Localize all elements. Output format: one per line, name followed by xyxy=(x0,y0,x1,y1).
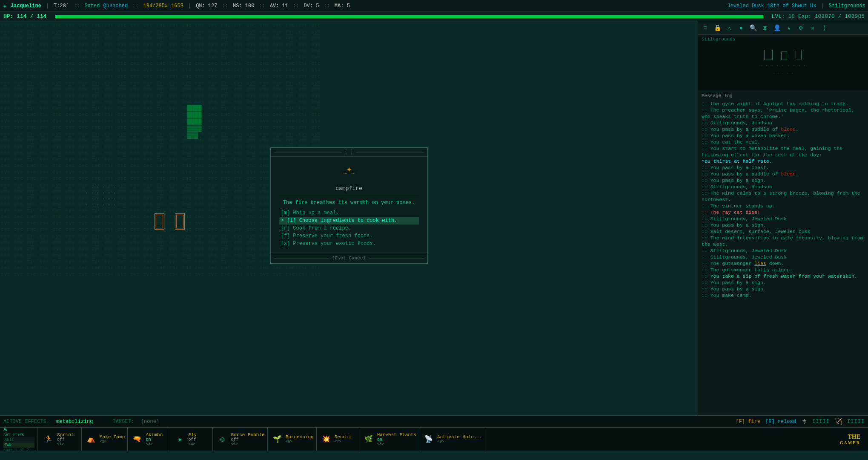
fire-label: [F] fire xyxy=(736,419,760,425)
ability-fly[interactable]: ✦ Fly off <4> xyxy=(170,428,213,451)
campfire-dialog[interactable]: ┤ ├ ✦ ~ ~ campfire The fire breathes xyxy=(270,147,428,264)
minimap-building-3 xyxy=(796,50,802,60)
msg-19: :: Stiltgrounds, Jeweled Dusk xyxy=(702,247,865,254)
svg-text:~: ~ xyxy=(351,170,354,177)
icon-toolbar: ≡ 🔒 △ ● 🔍 ⧗ 👤 ★ ⚙ ✕ ⟩ xyxy=(698,21,868,35)
msg-26: :: You make camp. xyxy=(702,292,865,299)
person-icon[interactable]: 👤 xyxy=(772,23,782,33)
msg-7: :: You start to metabolize the meal, gai… xyxy=(702,145,865,158)
hourglass-icon[interactable]: ⧗ xyxy=(760,23,770,33)
sprint-icon: 🏃 xyxy=(42,432,55,446)
dialog-body: ✦ ~ ~ campfire The fire breathes its war… xyxy=(271,157,427,253)
ability-akimbo[interactable]: 🔫 Akimbo on <3> xyxy=(128,428,170,451)
dialog-option-x[interactable]: [x] Preserve your exotic foods. xyxy=(279,240,419,247)
reload-label: [R] reload xyxy=(765,419,796,425)
alert-icon[interactable]: △ xyxy=(725,23,734,33)
menu-icon[interactable]: ≡ xyxy=(701,23,710,33)
ability-sprint[interactable]: 🏃 Sprint off <1> xyxy=(39,428,82,451)
ability-make-camp[interactable]: ⛺ Make Camp <2> xyxy=(82,428,128,451)
msg-4: :: You pass by a puddle of blood. xyxy=(702,126,865,132)
force-bubble-icon: ◎ xyxy=(215,432,229,446)
abilities-tab[interactable]: Ablt xyxy=(3,437,34,443)
ammo-bar-1: IIIII xyxy=(812,419,830,425)
force-bubble-info: Force Bubble off <5> xyxy=(231,432,264,446)
ability-force-bubble[interactable]: ◎ Force Bubble off <5> xyxy=(213,428,267,451)
abilities-tab-label: ABILITIES xyxy=(3,433,34,437)
msg-15: :: Stiltgrounds, Jeweled Dusk xyxy=(702,216,865,222)
star-icon[interactable]: ★ xyxy=(784,23,794,33)
msg-25: :: You pass by a sign. xyxy=(702,286,865,292)
sword-icon: 🗡 xyxy=(801,418,807,425)
zone: Stiltgrounds xyxy=(829,3,865,9)
campfire-icon: ✦ ~ ~ xyxy=(279,164,419,182)
dialog-option-r[interactable]: [r] Cook from a recipe. xyxy=(279,224,419,232)
mini-map: Stiltgrounds · · · · · · · · · · · · · · xyxy=(698,35,868,90)
chevron-right-icon[interactable]: ⟩ xyxy=(820,23,829,33)
main-layout: cnc cnc cnc cnc cnc cnc cnc cnc cnc cnc … xyxy=(0,21,868,415)
ability-recoil[interactable]: 💥 Recoil <7> xyxy=(317,428,359,451)
msg-2: :: The preacher says, 'Praise Dagon, the… xyxy=(702,107,865,120)
campfire-name: campfire xyxy=(279,185,419,192)
harvest-plants-icon: 🌿 xyxy=(362,432,375,446)
msg-14: :: The ray cat dies! xyxy=(702,209,865,216)
svg-text:~: ~ xyxy=(343,170,347,177)
msg-13: :: The vintner stands up. xyxy=(702,203,865,209)
sprint-info: Sprint off <1> xyxy=(57,432,74,446)
target-label: TARGET: xyxy=(112,419,134,425)
akimbo-icon: 🔫 xyxy=(130,432,144,446)
hp-label: HP: 114 / 114 xyxy=(3,13,46,20)
active-effects-label: ACTIVE EFFECTS: xyxy=(3,419,49,425)
activate-holo-info: Activate Holo... <9> xyxy=(437,434,482,444)
msg-12: :: The wind calms to a strong breeze, bl… xyxy=(702,190,865,203)
search-icon[interactable]: 🔍 xyxy=(748,23,758,33)
make-camp-icon: ⛺ xyxy=(84,432,98,446)
status-satiated: Sated xyxy=(84,3,100,9)
dialog-title-text: ┤ ├ xyxy=(345,150,353,155)
abilities-page: page 1 of 2 xyxy=(3,448,34,451)
msg-17: :: Salt desert, surface, Jeweled Dusk xyxy=(702,228,865,235)
abilities-tab-active[interactable]: Tab xyxy=(3,443,34,448)
fly-info: Fly off <4> xyxy=(188,432,197,446)
terrain-dots: . . . . . . . . . . . . . . . . . . . . … xyxy=(85,183,116,207)
msg-3: :: Stiltgrounds, Hindsun xyxy=(702,120,865,126)
dv: DV: 5 xyxy=(304,3,319,9)
game-logo-icon: ✦ xyxy=(3,1,7,11)
circle-icon[interactable]: ● xyxy=(736,23,746,33)
tree-cluster: ████ ████ ████ ▓▓▓▓ ▓▓▓ xyxy=(187,98,202,139)
harvest-plants-info: Harvest Plants on <8> xyxy=(377,432,416,446)
burgeoning-icon: 🌱 xyxy=(270,432,284,446)
lvl-exp: LVL: 18 Exp: 102070 / 102985 xyxy=(772,13,865,20)
dialog-option-i[interactable]: > [i] Choose ingredients to cook with. xyxy=(279,217,419,224)
cancel-button[interactable]: [Esc] Cancel xyxy=(332,256,366,261)
target-value: [none] xyxy=(141,419,159,425)
active-effects-value: metabolizing xyxy=(56,419,93,425)
msg-5: :: You pass by a woven basket. xyxy=(702,132,865,139)
watermark: THE GAMER xyxy=(840,434,865,445)
dialog-option-m[interactable]: [m] Whip up a meal. xyxy=(279,209,419,217)
structures: ╔═╗ ╔═╗ ║ ║ ║ ║ ╚═╝ ╚═╝ xyxy=(153,204,186,240)
minimap-building-2 xyxy=(781,52,787,60)
msg-16: :: You pass by a sign. xyxy=(702,222,865,228)
abilities-tabs: ABILITIES Ablt Tab xyxy=(3,433,34,448)
message-log: Message log :: the gyre wight of Agotgot… xyxy=(698,90,868,415)
gear-icon[interactable]: ⚙ xyxy=(796,23,805,33)
dialog-description: The fire breathes its warmth on your bon… xyxy=(279,200,419,206)
activate-holo-icon: 📡 xyxy=(422,432,435,446)
ability-activate-holo[interactable]: 📡 Activate Holo... <9> xyxy=(419,428,485,451)
dialog-option-f[interactable]: [f] Preserve your fresh foods. xyxy=(279,232,419,240)
fly-icon: ✦ xyxy=(173,432,186,446)
msg-21: :: The gutsmonger lies down. xyxy=(702,260,865,267)
msg-22: :: The gutsmonger falls asleep. xyxy=(702,267,865,273)
character-name: Jacqueline xyxy=(11,3,41,9)
abilities-label: A ABILITIES Ablt Tab page 1 of 2 xyxy=(3,427,37,451)
message-log-label: Message log xyxy=(702,93,865,99)
ability-harvest-plants[interactable]: 🌿 Harvest Plants on <8> xyxy=(359,428,419,451)
ability-burgeoning[interactable]: 🌱 Burgeoning <6> xyxy=(268,428,317,451)
location: Jeweled Dusk 18th of Shwut Ux xyxy=(728,3,816,9)
combat-info: [F] fire [R] reload 🗡 IIIII 🏹 IIIII xyxy=(736,418,865,425)
hp-lvl-bar: HP: 114 / 114 LVL: 18 Exp: 102070 / 1029… xyxy=(0,12,868,21)
lock-icon[interactable]: 🔒 xyxy=(713,23,722,33)
close-icon[interactable]: ✕ xyxy=(808,23,817,33)
msg-20: :: Stiltgrounds, Jeweled Dusk xyxy=(702,254,865,260)
ma: MA: 5 xyxy=(335,3,350,9)
